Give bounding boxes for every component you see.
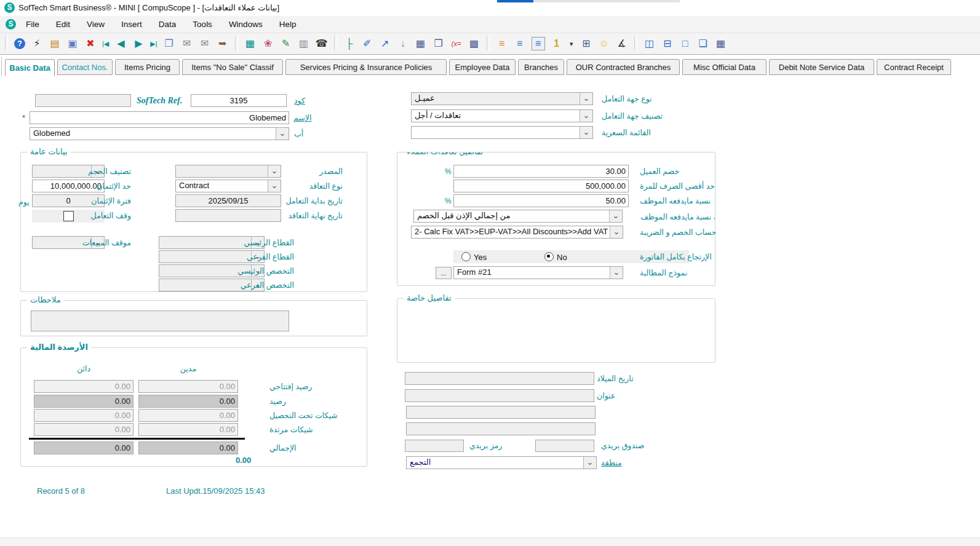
tab-items-pricing[interactable]: Items Pricing	[115, 59, 180, 75]
menu-windows[interactable]: Windows	[229, 20, 263, 29]
window-editor-icon[interactable]: ⊞	[580, 37, 592, 50]
dealing-type-combo[interactable]: عميـل ⌄	[411, 92, 593, 105]
claim-form-combo[interactable]: Form #21 ⌄	[453, 266, 623, 279]
delete-record-icon[interactable]: ✖	[84, 37, 97, 50]
birth-date-field[interactable]	[405, 372, 594, 385]
menu-file[interactable]: File	[26, 20, 39, 29]
percent-sign: %	[445, 197, 452, 205]
notes-textarea[interactable]	[31, 311, 289, 331]
employee-pay-method-combo[interactable]: من إجمالي الإذن قبل الخصم ⌄	[413, 210, 623, 223]
max-disburse-field[interactable]	[453, 180, 629, 192]
indent-list-icon[interactable]: ≡	[496, 37, 508, 50]
parent-combo[interactable]: Globemed ⌄	[30, 127, 289, 140]
toolbar-group-file: ? ⚡ ▤ ▣ ✖ |◀ ◀ ▶ ▶| ❐ ✉ ✉ ➥	[9, 37, 234, 50]
edit-document-icon[interactable]: ✐	[361, 37, 373, 50]
discount-tax-calc-combo[interactable]: 2- Calc Fix VAT>>EUP-VAT>>All Discounts>…	[411, 226, 623, 239]
save-icon[interactable]: ▣	[66, 37, 79, 50]
execute-icon[interactable]: ⚡	[31, 37, 43, 50]
name-label[interactable]: الإسم	[293, 113, 311, 122]
help-icon[interactable]: ?	[14, 38, 25, 49]
export-chart-icon[interactable]: ↗	[379, 37, 391, 50]
source-combo[interactable]: ⌄	[175, 165, 281, 178]
data-grid-icon[interactable]: ▦	[415, 37, 427, 50]
menu-data[interactable]: Data	[159, 20, 177, 29]
tab-basic-data[interactable]: Basic Data	[5, 59, 55, 76]
tab-contract-receipt[interactable]: Contract Receipt	[877, 59, 951, 75]
chevron-down-icon: ⌄	[610, 267, 623, 279]
menu-insert[interactable]: Insert	[121, 20, 142, 29]
tab-employee-data[interactable]: Employee Data	[449, 59, 516, 75]
chevron-down-icon: ⌄	[276, 128, 289, 140]
last-record-icon[interactable]: ▶|	[150, 37, 157, 50]
align-list-icon[interactable]: ≡	[514, 37, 526, 50]
code-label[interactable]: كود	[294, 96, 305, 105]
prior-record-icon[interactable]: ◀	[114, 37, 127, 50]
address-field-1[interactable]	[405, 389, 594, 402]
menu-edit[interactable]: Edit	[56, 20, 70, 29]
numbering-icon[interactable]: 1	[551, 37, 563, 50]
bounced-checks-debit	[138, 423, 238, 436]
customer-discount-field[interactable]	[453, 165, 629, 178]
next-record-icon[interactable]: ▶	[132, 37, 145, 50]
tab-items-no-sale-classif[interactable]: Items "No Sale" Classif	[182, 59, 283, 75]
start-date-field[interactable]	[175, 194, 281, 207]
phone-icon[interactable]: ☎	[316, 37, 328, 50]
tab-services-pricing[interactable]: Services Pricing & Insurance Policies	[285, 59, 447, 75]
return-no-radio[interactable]: No	[544, 252, 567, 262]
address-field-3[interactable]	[406, 422, 596, 435]
menu-view[interactable]: View	[87, 20, 105, 29]
menu-help[interactable]: Help	[279, 20, 297, 29]
align-format-icon[interactable]: ≡	[532, 37, 545, 50]
menu-tools[interactable]: Tools	[193, 20, 212, 29]
region-combo[interactable]: التجمع ⌄	[406, 456, 597, 469]
print-icon[interactable]: ❐	[163, 37, 175, 50]
tab-contact-nos[interactable]: Contact Nos.	[57, 59, 113, 75]
tile-horizontal-icon[interactable]: ⊟	[661, 37, 674, 50]
po-box-field[interactable]	[535, 440, 594, 452]
percent-sign: %	[445, 167, 452, 176]
opening-balance-debit	[138, 380, 238, 393]
contacts-icon[interactable]: ❀	[262, 37, 274, 50]
employee-pay-pct-field[interactable]	[453, 194, 629, 207]
formula-icon[interactable]: (x=	[450, 37, 463, 50]
tab-debit-note-service-data[interactable]: Debit Note Service Data	[769, 59, 874, 75]
buttons-panel-icon[interactable]: ▦	[715, 37, 727, 50]
mail-icon[interactable]: ✉	[199, 37, 211, 50]
browse-records-icon[interactable]: ▤	[49, 37, 61, 50]
data-server-icon[interactable]: ▥	[298, 37, 310, 50]
checks-collection-credit	[34, 409, 133, 422]
region-label[interactable]: منطقة	[601, 458, 622, 467]
toolbar-separator	[5, 36, 8, 51]
mail-send-icon[interactable]: ✉	[181, 37, 193, 50]
import-data-icon[interactable]: ↓	[397, 37, 409, 50]
tab-our-contracted-branches[interactable]: OUR Contracted Branches	[567, 59, 680, 75]
contract-type-combo[interactable]: Contract ⌄	[175, 180, 281, 192]
survey-tool-icon[interactable]: ∡	[616, 37, 628, 50]
end-date-field[interactable]	[175, 209, 281, 222]
code-field[interactable]	[191, 94, 287, 107]
media-film-icon[interactable]: ▩	[468, 37, 480, 50]
tile-vertical-icon[interactable]: ◫	[643, 37, 656, 50]
smiley-icon[interactable]: ☺	[598, 37, 610, 50]
tab-branches[interactable]: Branches	[518, 59, 564, 75]
price-list-combo[interactable]: ⌄	[411, 126, 593, 139]
calculator-icon[interactable]: ▦	[244, 37, 257, 50]
name-field[interactable]	[30, 111, 289, 124]
return-yes-radio[interactable]: Yes	[461, 252, 487, 262]
exit-icon[interactable]: ➥	[217, 37, 229, 50]
credit-limit-field[interactable]	[32, 180, 105, 192]
address-field-2[interactable]	[406, 406, 596, 419]
tab-misc-official-data[interactable]: Misc Official Data	[682, 59, 767, 75]
postal-code-field[interactable]	[405, 440, 464, 452]
tree-view-icon[interactable]: ├	[343, 37, 356, 50]
print-report-icon[interactable]: ❐	[432, 37, 445, 50]
notes-book-icon[interactable]: ✎	[280, 37, 292, 50]
dealing-class-combo[interactable]: تعاقدات / أجل ⌄	[411, 109, 593, 122]
claim-form-browse-button[interactable]: ...	[436, 267, 452, 279]
first-record-icon[interactable]: |◀	[102, 37, 109, 50]
numbering-caret-icon[interactable]: ▾	[568, 37, 575, 50]
ref-empty-field[interactable]	[35, 94, 131, 107]
cascade-windows-icon[interactable]: ❏	[697, 37, 709, 50]
stop-dealing-checkbox[interactable]	[63, 211, 74, 221]
single-window-icon[interactable]: □	[679, 37, 691, 50]
